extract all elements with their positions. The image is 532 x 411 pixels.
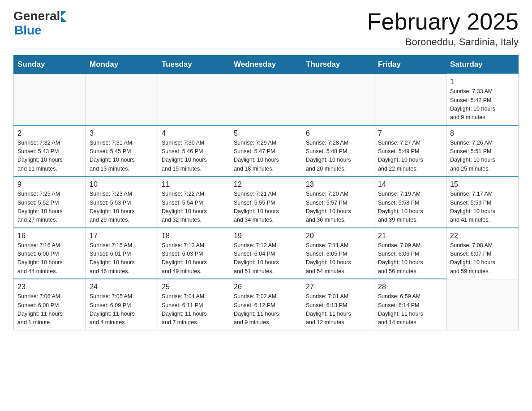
- col-monday: Monday: [86, 56, 158, 74]
- table-row: 2Sunrise: 7:32 AM Sunset: 5:43 PM Daylig…: [14, 125, 86, 177]
- day-info: Sunrise: 7:16 AM Sunset: 6:00 PM Dayligh…: [17, 241, 82, 276]
- day-number: 23: [17, 283, 82, 291]
- col-thursday: Thursday: [302, 56, 374, 74]
- calendar-header-row: Sunday Monday Tuesday Wednesday Thursday…: [14, 56, 519, 74]
- table-row: 15Sunrise: 7:17 AM Sunset: 5:59 PM Dayli…: [446, 176, 519, 228]
- day-number: 24: [90, 283, 154, 291]
- day-info: Sunrise: 7:15 AM Sunset: 6:01 PM Dayligh…: [90, 241, 154, 276]
- table-row: [230, 74, 302, 125]
- table-row: 19Sunrise: 7:12 AM Sunset: 6:04 PM Dayli…: [230, 228, 302, 279]
- table-row: [158, 74, 230, 125]
- day-number: 13: [306, 180, 370, 188]
- table-row: 5Sunrise: 7:29 AM Sunset: 5:47 PM Daylig…: [230, 125, 302, 177]
- day-info: Sunrise: 7:33 AM Sunset: 5:42 PM Dayligh…: [450, 87, 515, 122]
- month-title: February 2025: [367, 9, 519, 34]
- col-friday: Friday: [374, 56, 446, 74]
- table-row: 10Sunrise: 7:23 AM Sunset: 5:53 PM Dayli…: [86, 176, 158, 228]
- table-row: [302, 74, 374, 125]
- day-info: Sunrise: 7:06 AM Sunset: 6:08 PM Dayligh…: [17, 292, 82, 327]
- table-row: 26Sunrise: 7:02 AM Sunset: 6:12 PM Dayli…: [230, 279, 302, 330]
- day-info: Sunrise: 7:26 AM Sunset: 5:51 PM Dayligh…: [450, 139, 515, 174]
- calendar-week-row: 16Sunrise: 7:16 AM Sunset: 6:00 PM Dayli…: [14, 228, 519, 279]
- day-number: 16: [17, 232, 82, 240]
- day-info: Sunrise: 7:05 AM Sunset: 6:09 PM Dayligh…: [90, 292, 154, 327]
- calendar-week-row: 1Sunrise: 7:33 AM Sunset: 5:42 PM Daylig…: [14, 74, 519, 125]
- table-row: [374, 74, 446, 125]
- table-row: 6Sunrise: 7:28 AM Sunset: 5:48 PM Daylig…: [302, 125, 374, 177]
- day-number: 20: [306, 232, 370, 240]
- day-info: Sunrise: 7:11 AM Sunset: 6:05 PM Dayligh…: [306, 241, 370, 276]
- day-number: 27: [306, 283, 370, 291]
- day-number: 26: [234, 283, 298, 291]
- day-info: Sunrise: 7:09 AM Sunset: 6:06 PM Dayligh…: [378, 241, 442, 276]
- table-row: 8Sunrise: 7:26 AM Sunset: 5:51 PM Daylig…: [446, 125, 519, 177]
- table-row: 21Sunrise: 7:09 AM Sunset: 6:06 PM Dayli…: [374, 228, 446, 279]
- day-number: 8: [450, 129, 515, 137]
- day-info: Sunrise: 7:12 AM Sunset: 6:04 PM Dayligh…: [234, 241, 298, 276]
- day-number: 10: [90, 180, 154, 188]
- day-number: 4: [162, 129, 226, 137]
- col-sunday: Sunday: [14, 56, 86, 74]
- table-row: 23Sunrise: 7:06 AM Sunset: 6:08 PM Dayli…: [14, 279, 86, 330]
- calendar-table: Sunday Monday Tuesday Wednesday Thursday…: [13, 55, 519, 330]
- col-saturday: Saturday: [446, 56, 519, 74]
- table-row: 14Sunrise: 7:19 AM Sunset: 5:58 PM Dayli…: [374, 176, 446, 228]
- day-number: 21: [378, 232, 442, 240]
- table-row: 16Sunrise: 7:16 AM Sunset: 6:00 PM Dayli…: [14, 228, 86, 279]
- day-info: Sunrise: 7:08 AM Sunset: 6:07 PM Dayligh…: [450, 241, 515, 276]
- table-row: 17Sunrise: 7:15 AM Sunset: 6:01 PM Dayli…: [86, 228, 158, 279]
- day-info: Sunrise: 7:30 AM Sunset: 5:46 PM Dayligh…: [162, 139, 226, 174]
- title-block: February 2025 Boroneddu, Sardinia, Italy: [367, 9, 519, 48]
- table-row: 18Sunrise: 7:13 AM Sunset: 6:03 PM Dayli…: [158, 228, 230, 279]
- day-info: Sunrise: 7:32 AM Sunset: 5:43 PM Dayligh…: [17, 139, 82, 174]
- day-number: 7: [378, 129, 442, 137]
- table-row: 28Sunrise: 6:59 AM Sunset: 6:14 PM Dayli…: [374, 279, 446, 330]
- day-info: Sunrise: 7:13 AM Sunset: 6:03 PM Dayligh…: [162, 241, 226, 276]
- col-tuesday: Tuesday: [158, 56, 230, 74]
- day-info: Sunrise: 7:02 AM Sunset: 6:12 PM Dayligh…: [234, 292, 298, 327]
- calendar-week-row: 9Sunrise: 7:25 AM Sunset: 5:52 PM Daylig…: [14, 176, 519, 228]
- day-number: 28: [378, 283, 442, 291]
- day-number: 6: [306, 129, 370, 137]
- table-row: 4Sunrise: 7:30 AM Sunset: 5:46 PM Daylig…: [158, 125, 230, 177]
- day-info: Sunrise: 7:25 AM Sunset: 5:52 PM Dayligh…: [17, 190, 82, 225]
- calendar-week-row: 2Sunrise: 7:32 AM Sunset: 5:43 PM Daylig…: [14, 125, 519, 177]
- day-info: Sunrise: 7:22 AM Sunset: 5:54 PM Dayligh…: [162, 190, 226, 225]
- table-row: 12Sunrise: 7:21 AM Sunset: 5:55 PM Dayli…: [230, 176, 302, 228]
- day-number: 14: [378, 180, 442, 188]
- table-row: 25Sunrise: 7:04 AM Sunset: 6:11 PM Dayli…: [158, 279, 230, 330]
- table-row: 24Sunrise: 7:05 AM Sunset: 6:09 PM Dayli…: [86, 279, 158, 330]
- day-info: Sunrise: 7:28 AM Sunset: 5:48 PM Dayligh…: [306, 139, 370, 174]
- day-info: Sunrise: 7:01 AM Sunset: 6:13 PM Dayligh…: [306, 292, 370, 327]
- day-number: 3: [90, 129, 154, 137]
- day-number: 18: [162, 232, 226, 240]
- location-subtitle: Boroneddu, Sardinia, Italy: [367, 36, 519, 48]
- day-number: 5: [234, 129, 298, 137]
- table-row: 27Sunrise: 7:01 AM Sunset: 6:13 PM Dayli…: [302, 279, 374, 330]
- day-info: Sunrise: 7:21 AM Sunset: 5:55 PM Dayligh…: [234, 190, 298, 225]
- table-row: [14, 74, 86, 125]
- day-info: Sunrise: 7:29 AM Sunset: 5:47 PM Dayligh…: [234, 139, 298, 174]
- table-row: [86, 74, 158, 125]
- logo-general-text: General: [13, 9, 60, 23]
- day-number: 1: [450, 78, 515, 86]
- table-row: [446, 279, 519, 330]
- calendar-week-row: 23Sunrise: 7:06 AM Sunset: 6:08 PM Dayli…: [14, 279, 519, 330]
- table-row: 7Sunrise: 7:27 AM Sunset: 5:49 PM Daylig…: [374, 125, 446, 177]
- table-row: 22Sunrise: 7:08 AM Sunset: 6:07 PM Dayli…: [446, 228, 519, 279]
- logo-blue-text: Blue: [14, 23, 42, 38]
- day-number: 2: [17, 129, 82, 137]
- day-number: 17: [90, 232, 154, 240]
- day-info: Sunrise: 7:19 AM Sunset: 5:58 PM Dayligh…: [378, 190, 442, 225]
- table-row: 20Sunrise: 7:11 AM Sunset: 6:05 PM Dayli…: [302, 228, 374, 279]
- table-row: 13Sunrise: 7:20 AM Sunset: 5:57 PM Dayli…: [302, 176, 374, 228]
- table-row: 9Sunrise: 7:25 AM Sunset: 5:52 PM Daylig…: [14, 176, 86, 228]
- day-info: Sunrise: 7:27 AM Sunset: 5:49 PM Dayligh…: [378, 139, 442, 174]
- day-number: 15: [450, 180, 515, 188]
- day-number: 19: [234, 232, 298, 240]
- day-info: Sunrise: 7:04 AM Sunset: 6:11 PM Dayligh…: [162, 292, 226, 327]
- table-row: 3Sunrise: 7:31 AM Sunset: 5:45 PM Daylig…: [86, 125, 158, 177]
- day-number: 22: [450, 232, 515, 240]
- day-number: 11: [162, 180, 226, 188]
- col-wednesday: Wednesday: [230, 56, 302, 74]
